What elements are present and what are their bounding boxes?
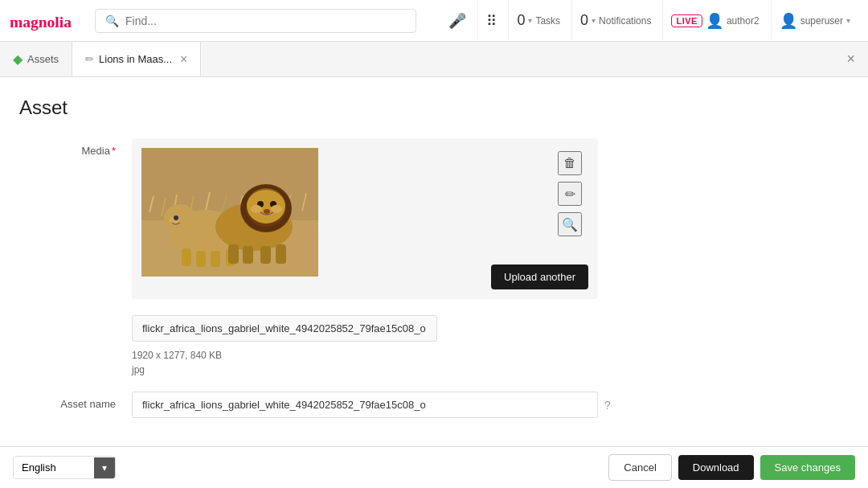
grid-icon: ⠿: [486, 12, 497, 30]
edit-icon: ✏: [85, 53, 94, 65]
superuser-label: superuser: [800, 15, 843, 27]
bottom-bar: English ▾ Cancel Download Save changes: [0, 446, 868, 488]
tab-assets[interactable]: ◆ Assets: [0, 42, 72, 76]
mic-button[interactable]: 🎤: [440, 0, 474, 42]
page-content: Asset Media*: [0, 77, 868, 446]
delete-icon: 🗑: [563, 156, 576, 170]
author2-label: author2: [727, 15, 760, 27]
superuser-chevron-icon: ▾: [846, 16, 850, 25]
grid-button[interactable]: ⠿: [477, 0, 505, 42]
svg-rect-16: [182, 248, 191, 266]
tasks-button[interactable]: 0 ▾ Tasks: [508, 0, 568, 42]
nav-icons: 🎤 ⠿ 0 ▾ Tasks 0 ▾ Notifications LIVE 👤 a…: [440, 0, 858, 42]
search-icon: 🔍: [105, 14, 119, 27]
svg-point-15: [164, 204, 196, 233]
tab-bar: ◆ Assets ✏ Lions in Maas... × ×: [0, 42, 868, 77]
filename-input[interactable]: [132, 315, 437, 342]
file-dimensions: 1920 x 1277, 840 KB: [132, 350, 598, 361]
help-icon[interactable]: ?: [604, 399, 611, 412]
tab-lions-label: Lions in Maas...: [99, 53, 172, 65]
search-input[interactable]: [125, 14, 406, 27]
language-chevron-button[interactable]: ▾: [94, 457, 115, 478]
notifications-label: Notifications: [599, 15, 651, 27]
upload-another-button[interactable]: Upload another: [491, 265, 588, 289]
tasks-chevron-icon: ▾: [528, 16, 532, 25]
asset-name-field-wrapper: ?: [132, 392, 611, 418]
zoom-icon: 🔍: [562, 217, 578, 232]
download-button[interactable]: Download: [678, 455, 754, 480]
media-container: 🗑 ✏ 🔍 Upload another: [132, 138, 598, 299]
tasks-count: 0: [517, 12, 525, 29]
svg-rect-27: [228, 244, 239, 264]
asset-name-input[interactable]: [132, 392, 598, 418]
language-selector[interactable]: English ▾: [13, 456, 116, 479]
close-panel-icon: ×: [846, 51, 855, 68]
media-form-row: Media*: [19, 138, 849, 299]
svg-rect-30: [276, 244, 286, 264]
svg-point-35: [264, 209, 270, 214]
live-badge: LIVE: [671, 14, 702, 27]
notifications-button[interactable]: 0 ▾ Notifications: [571, 0, 659, 42]
zoom-media-button[interactable]: 🔍: [558, 212, 582, 236]
assets-icon: ◆: [13, 51, 23, 67]
file-info-container: 1920 x 1277, 840 KB jpg: [132, 315, 598, 375]
file-type: jpg: [132, 364, 598, 375]
edit-media-button[interactable]: ✏: [558, 182, 582, 206]
asset-name-form-row: Asset name ?: [19, 392, 849, 418]
svg-rect-18: [211, 251, 220, 267]
cancel-button[interactable]: Cancel: [608, 454, 671, 481]
asset-name-label: Asset name: [19, 392, 132, 410]
tab-assets-label: Assets: [27, 53, 59, 65]
tasks-label: Tasks: [535, 15, 560, 27]
pencil-icon: ✏: [565, 187, 575, 202]
tab-lions-close-icon[interactable]: ×: [180, 53, 187, 66]
media-actions: 🗑 ✏ 🔍: [551, 148, 588, 240]
media-label: Media*: [19, 138, 132, 157]
logo: magnolia: [10, 10, 82, 32]
svg-rect-29: [260, 246, 271, 264]
top-nav: magnolia 🔍 🎤 ⠿ 0 ▾ Tasks 0 ▾ Notificatio…: [0, 0, 868, 42]
superuser-button[interactable]: 👤 superuser ▾: [771, 0, 858, 42]
notifications-count: 0: [580, 12, 588, 29]
mic-icon: 🎤: [448, 12, 466, 30]
tab-lions[interactable]: ✏ Lions in Maas... ×: [72, 42, 201, 76]
svg-point-33: [251, 205, 262, 213]
svg-rect-17: [196, 251, 206, 267]
language-dropdown[interactable]: English: [14, 457, 94, 478]
delete-media-button[interactable]: 🗑: [558, 151, 582, 175]
svg-text:magnolia: magnolia: [10, 13, 72, 30]
svg-rect-28: [243, 246, 253, 264]
filename-form-row: 1920 x 1277, 840 KB jpg: [19, 315, 849, 375]
lion-image: [141, 148, 318, 277]
notifications-chevron-icon: ▾: [592, 16, 596, 25]
author2-icon: 👤: [706, 12, 723, 30]
svg-point-22: [174, 215, 178, 220]
chevron-down-icon: ▾: [102, 462, 107, 474]
save-button[interactable]: Save changes: [760, 455, 855, 480]
search-bar[interactable]: 🔍: [95, 9, 416, 33]
page-title: Asset: [19, 96, 849, 119]
required-star: *: [112, 145, 116, 157]
superuser-icon: 👤: [780, 12, 797, 30]
author2-button[interactable]: LIVE 👤 author2: [662, 0, 767, 42]
close-panel-button[interactable]: ×: [833, 42, 868, 76]
svg-point-34: [271, 205, 282, 213]
filename-label-spacer: [19, 315, 132, 322]
